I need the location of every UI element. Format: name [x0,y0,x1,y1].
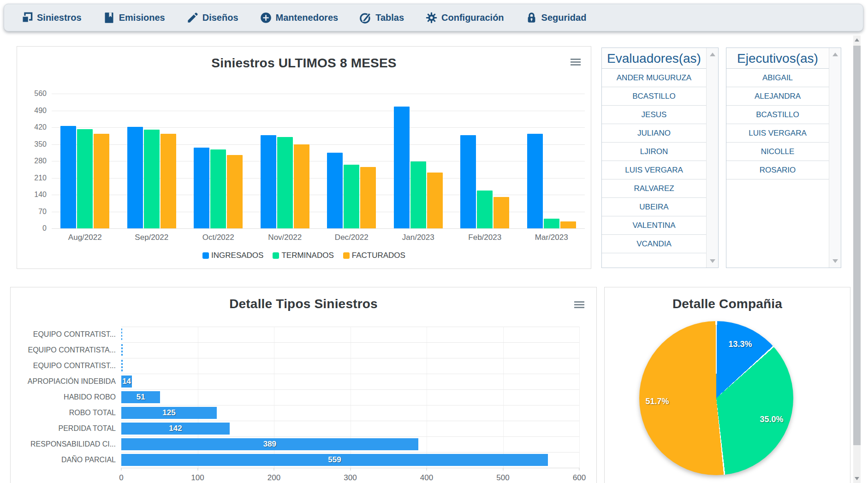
list-item[interactable]: JULIANO [602,124,706,143]
list-item[interactable]: UBEIRA [602,198,706,216]
scroll-up-icon[interactable] [855,38,859,42]
nav-item-seguridad[interactable]: Seguridad [525,12,587,24]
bar-group-sep-2022 [119,94,185,228]
scroll-up-icon[interactable] [710,53,715,56]
bar-group-feb-2023 [452,94,518,228]
y-tick-label: 350 [17,140,47,149]
scroll-down-icon[interactable] [710,259,715,263]
ejecutivos-list: ABIGAILALEJANDRABCASTILLOLUIS VERGARANIC… [726,69,829,179]
bar-ingresados-mar-2023[interactable] [527,134,543,228]
y-axis-labels: 070140210280350420490560 [17,94,47,228]
bar-habido-robo[interactable]: 51 [121,391,160,403]
h-bar-row-equipo-contratista-: EQUIPO CONTRATISTA... [11,342,579,358]
bar-robo-total[interactable]: 125 [121,407,217,419]
h-bar-row-apropiacion-indebida: APROPIACIÓN INDEBIDA14 [11,374,579,389]
list-item[interactable]: ALEJANDRA [726,87,829,106]
bar-chart-plot [52,94,585,228]
gear-icon [425,12,438,24]
scroll-up-icon[interactable] [832,53,838,56]
x-tick-label: 400 [420,473,433,483]
pie-chart-title: Detalle Compañia [605,297,850,311]
nav-item-emisiones[interactable]: Emisiones [103,12,165,24]
bar-facturados-jan-2023[interactable] [427,173,443,228]
list-item[interactable]: JESUS [602,106,706,124]
scroll-down-icon[interactable] [855,477,859,480]
bar-ingresados-feb-2023[interactable] [460,135,476,228]
y-tick-label: 280 [17,157,47,165]
list-item[interactable]: LJIRON [602,143,706,161]
legend-label: TERMINADOS [281,251,333,260]
bar-facturados-aug-2022[interactable] [94,134,109,228]
bar-terminados-nov-2022[interactable] [277,137,293,228]
x-tick-label: Feb/2023 [452,233,518,242]
list-item[interactable]: VCANDIA [602,235,706,253]
bar-facturados-dec-2022[interactable] [360,167,376,228]
bar-responsabilidad-ci-[interactable]: 389 [121,438,418,450]
x-tick-label: 500 [496,473,509,483]
bar-equipo-contratista-[interactable] [121,344,123,356]
bar-facturados-feb-2023[interactable] [493,197,509,228]
legend-item-terminados[interactable]: TERMINADOS [273,251,333,260]
bar-equipo-contratist-[interactable] [121,328,122,340]
bar-facturados-mar-2023[interactable] [560,221,576,228]
evaluadores-panel-title: Evaluadores(as) [602,48,706,69]
bar-terminados-dec-2022[interactable] [344,165,359,228]
list-item[interactable]: LUIS VERGARA [602,161,706,179]
bar-ingresados-dec-2022[interactable] [327,153,343,228]
legend-item-facturados[interactable]: FACTURADOS [343,251,405,260]
evaluadores-scrollbar[interactable] [706,48,718,268]
list-item[interactable]: ANDER MUGURUZA [602,69,706,87]
list-item[interactable]: NICOLLE [726,143,829,161]
siniestros-chart-card: Siniestros ULTIMOS 8 MESES 0701402102803… [17,46,591,269]
page-scrollbar[interactable] [853,36,861,483]
list-item[interactable]: RALVAREZ [602,179,706,198]
bar-terminados-jan-2023[interactable] [410,161,426,228]
compania-pie-card: Detalle Compañia 13.3%35.0%51.7% [604,287,850,483]
x-tick-label: 0 [119,473,123,483]
chart-menu-icon[interactable] [571,59,581,67]
ejecutivos-scrollbar[interactable] [829,48,841,268]
list-item[interactable]: LUIS VERGARA [726,124,829,143]
y-tick-label: 0 [17,224,47,233]
x-tick-label: 600 [573,473,586,483]
nav-item-label: Mantenedores [276,12,339,23]
bar-equipo-contratist-[interactable] [121,360,123,372]
y-tick-label: 560 [17,89,47,98]
bar-perdida-total[interactable]: 142 [121,423,230,435]
bar-terminados-sep-2022[interactable] [144,130,160,228]
chart-legend: INGRESADOSTERMINADOSFACTURADOS [17,251,591,260]
legend-item-ingresados[interactable]: INGRESADOS [202,251,263,260]
bar-group-oct-2022 [185,94,252,228]
list-item[interactable]: BCASTILLO [602,87,706,106]
chart-menu-icon[interactable] [574,301,584,310]
bar-terminados-mar-2023[interactable] [544,219,559,228]
nav-item-siniestros[interactable]: Siniestros [21,12,82,24]
bar-apropiacion-indebida[interactable]: 14 [121,376,132,388]
bar-ingresados-oct-2022[interactable] [194,148,209,228]
bar-facturados-oct-2022[interactable] [227,155,243,228]
bar-dano-parcial[interactable]: 559 [121,454,548,466]
nav-item-tablas[interactable]: Tablas [359,12,404,24]
list-item[interactable]: ABIGAIL [726,69,829,87]
bar-facturados-nov-2022[interactable] [294,144,309,229]
scrollbar-thumb[interactable] [853,46,861,445]
list-item[interactable]: ROSARIO [726,161,829,179]
bar-terminados-aug-2022[interactable] [77,129,93,228]
bar-terminados-oct-2022[interactable] [210,149,226,228]
list-item[interactable]: BCASTILLO [726,106,829,124]
nav-item-disenos[interactable]: Diseños [186,12,238,24]
bar-terminados-feb-2023[interactable] [477,191,493,228]
bar-ingresados-nov-2022[interactable] [261,135,276,228]
bar-value-label: 14 [122,377,131,386]
nav-item-configuracion[interactable]: Configuración [425,12,504,24]
y-tick-label: 490 [17,107,47,115]
bar-facturados-sep-2022[interactable] [161,134,176,228]
list-item[interactable]: VALENTINA [602,216,706,235]
nav-item-mantenedores[interactable]: Mantenedores [260,12,339,24]
scroll-down-icon[interactable] [832,259,838,263]
nav-item-label: Seguridad [541,12,587,23]
bar-ingresados-sep-2022[interactable] [127,127,143,228]
horizontal-bar-rows: EQUIPO CONTRATIST...EQUIPO CONTRATISTA..… [11,327,579,468]
bar-ingresados-aug-2022[interactable] [60,126,76,228]
bar-ingresados-jan-2023[interactable] [394,107,410,228]
